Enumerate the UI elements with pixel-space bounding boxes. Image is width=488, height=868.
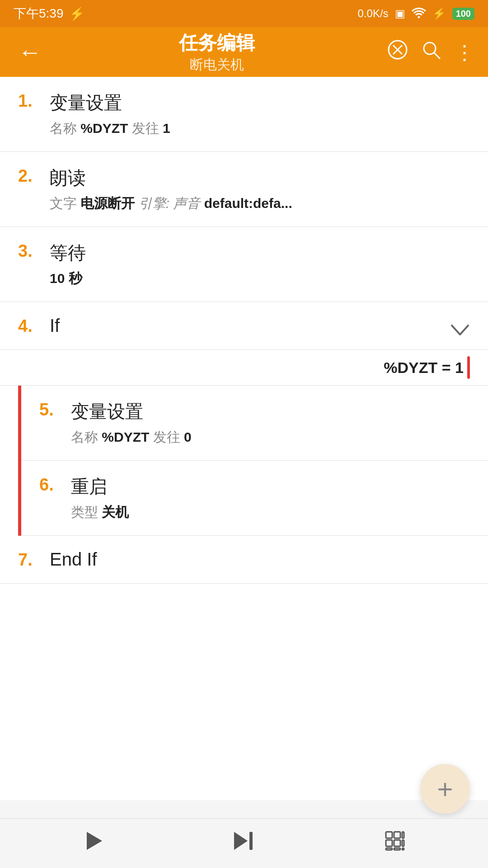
toolbar-title: 任务编辑 bbox=[179, 30, 255, 56]
task-item-7[interactable]: 7. End If bbox=[0, 536, 488, 584]
if-condition-text: %DYZT = 1 bbox=[384, 359, 464, 377]
toolbar-title-area: 任务编辑 断电关机 bbox=[55, 30, 379, 74]
toolbar-actions: ⋮ bbox=[388, 40, 474, 64]
task-detail-2: 文字 电源断开 引擎: 声音 default:defa... bbox=[50, 194, 470, 213]
task-name-4: If bbox=[50, 316, 470, 336]
task-body-5: 变量设置 名称 %DYZT 发往 0 bbox=[71, 399, 470, 447]
task-name-7: End If bbox=[50, 549, 470, 570]
task-item-2[interactable]: 2. 朗读 文字 电源断开 引擎: 声音 default:defa... bbox=[0, 152, 488, 227]
svg-rect-8 bbox=[249, 832, 253, 850]
task-name-2: 朗读 bbox=[50, 165, 470, 190]
task-detail-5: 名称 %DYZT 发往 0 bbox=[71, 428, 470, 447]
task-item-4[interactable]: 4. If bbox=[0, 302, 488, 350]
task-number-6: 6. bbox=[39, 474, 62, 495]
svg-point-0 bbox=[418, 16, 420, 19]
svg-rect-10 bbox=[394, 832, 400, 838]
add-icon: + bbox=[437, 774, 453, 805]
task-number-1: 1. bbox=[18, 90, 41, 111]
task-item-6[interactable]: 6. 重启 类型 关机 bbox=[21, 461, 488, 536]
svg-marker-6 bbox=[87, 832, 102, 850]
svg-rect-16 bbox=[394, 848, 400, 850]
task-item-1[interactable]: 1. 变量设置 名称 %DYZT 发往 1 bbox=[0, 77, 488, 152]
task-number-3: 3. bbox=[18, 241, 41, 261]
chevron-down-icon bbox=[450, 319, 470, 342]
status-left: 下午5:39 ⚡ bbox=[14, 5, 85, 22]
screenshot-icon: ▣ bbox=[395, 7, 405, 20]
svg-rect-17 bbox=[402, 848, 404, 850]
svg-line-5 bbox=[434, 53, 440, 58]
close-button[interactable] bbox=[388, 40, 408, 64]
svg-rect-11 bbox=[402, 832, 404, 838]
indented-block: 5. 变量设置 名称 %DYZT 发往 0 6. 重启 类型 关机 bbox=[18, 386, 488, 536]
battery-level: 100 bbox=[452, 8, 474, 20]
task-number-4: 4. bbox=[18, 316, 41, 336]
svg-rect-15 bbox=[386, 848, 392, 850]
task-detail-1: 名称 %DYZT 发往 1 bbox=[50, 119, 470, 138]
task-number-2: 2. bbox=[18, 165, 41, 186]
task-number-7: 7. bbox=[18, 549, 41, 570]
battery-charge-icon: ⚡ bbox=[432, 7, 446, 20]
wifi-icon bbox=[412, 6, 426, 21]
if-condition-row: %DYZT = 1 bbox=[0, 350, 488, 386]
next-button[interactable] bbox=[219, 823, 269, 864]
task-item-3[interactable]: 3. 等待 10 秒 bbox=[0, 227, 488, 302]
svg-rect-13 bbox=[394, 840, 400, 846]
task-body-1: 变量设置 名称 %DYZT 发往 1 bbox=[50, 90, 470, 138]
task-body-2: 朗读 文字 电源断开 引擎: 声音 default:defa... bbox=[50, 165, 470, 213]
bottom-bar bbox=[0, 818, 488, 868]
task-detail-3: 10 秒 bbox=[50, 269, 470, 288]
status-bar: 下午5:39 ⚡ 0.0K/s ▣ ⚡ 100 bbox=[0, 0, 488, 27]
task-body-3: 等待 10 秒 bbox=[50, 241, 470, 288]
task-item-5[interactable]: 5. 变量设置 名称 %DYZT 发往 0 bbox=[21, 386, 488, 461]
network-speed: 0.0K/s bbox=[358, 7, 389, 20]
search-button[interactable] bbox=[421, 40, 441, 64]
task-name-1: 变量设置 bbox=[50, 90, 470, 115]
task-number-5: 5. bbox=[39, 399, 62, 420]
more-button[interactable]: ⋮ bbox=[455, 41, 474, 64]
content: 1. 变量设置 名称 %DYZT 发往 1 2. 朗读 文字 电源断开 引擎: … bbox=[0, 77, 488, 800]
status-right: 0.0K/s ▣ ⚡ 100 bbox=[358, 6, 474, 21]
lightning-icon: ⚡ bbox=[69, 6, 85, 21]
back-button[interactable]: ← bbox=[14, 34, 46, 70]
back-icon: ← bbox=[18, 39, 42, 65]
task-name-6: 重启 bbox=[71, 474, 470, 499]
grid-button[interactable] bbox=[371, 823, 419, 864]
if-condition-bar bbox=[467, 356, 470, 379]
status-time: 下午5:39 bbox=[14, 5, 64, 22]
svg-rect-12 bbox=[386, 840, 392, 846]
svg-rect-9 bbox=[386, 832, 392, 838]
task-name-3: 等待 bbox=[50, 241, 470, 265]
task-detail-6: 类型 关机 bbox=[71, 503, 470, 522]
task-body-6: 重启 类型 关机 bbox=[71, 474, 470, 522]
add-task-fab[interactable]: + bbox=[420, 764, 470, 814]
svg-marker-7 bbox=[234, 832, 248, 850]
task-body-7: End If bbox=[50, 549, 470, 570]
svg-rect-14 bbox=[402, 840, 404, 846]
toolbar-subtitle: 断电关机 bbox=[190, 56, 244, 74]
task-body-4: If bbox=[50, 316, 470, 336]
play-button[interactable] bbox=[69, 823, 117, 864]
task-name-5: 变量设置 bbox=[71, 399, 470, 424]
toolbar: ← 任务编辑 断电关机 ⋮ bbox=[0, 27, 488, 77]
